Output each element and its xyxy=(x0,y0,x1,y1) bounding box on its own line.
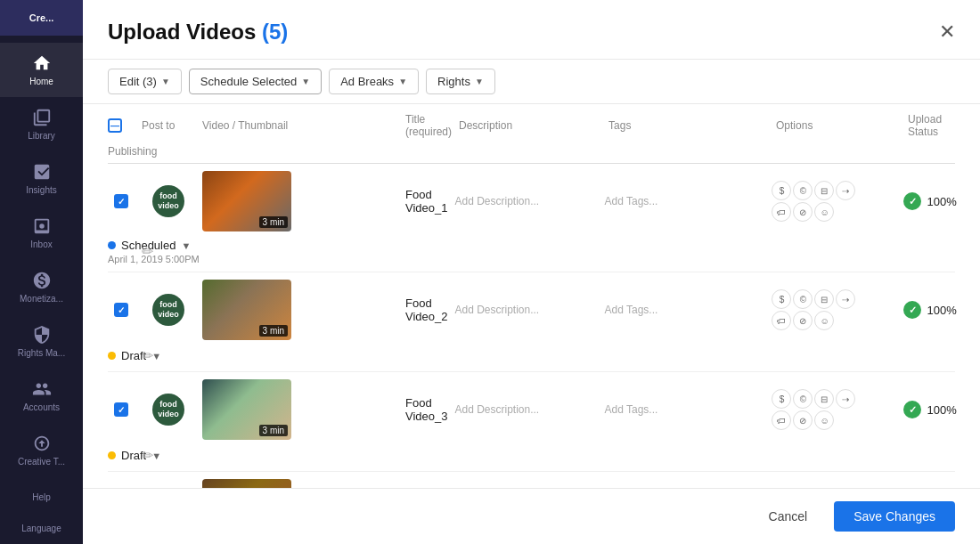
sidebar-item-monetization[interactable]: Monetiza... xyxy=(0,260,83,314)
row3-description[interactable]: Add Description... xyxy=(454,403,597,416)
schedule-chevron-icon: ▼ xyxy=(301,77,310,86)
modal-title: Upload Videos (5) xyxy=(108,20,288,45)
header-video: Video / Thumbnail xyxy=(202,119,398,132)
modal-footer: Cancel Save Changes xyxy=(83,488,980,544)
row3-options: $ © ⊟ ⇢ 🏷 ⊘ ☺ xyxy=(772,389,896,430)
row3-option-no[interactable]: ⊘ xyxy=(793,410,813,430)
sidebar-item-language[interactable]: Language xyxy=(0,513,83,544)
row3-option-tag[interactable]: 🏷 xyxy=(772,410,791,430)
row2-option-share[interactable]: ⇢ xyxy=(836,289,855,309)
header-options: Options xyxy=(776,119,901,132)
inbox-icon xyxy=(32,216,52,236)
row1-checkbox[interactable] xyxy=(114,194,128,208)
schedule-selected-button[interactable]: Schedule Selected ▼ xyxy=(189,69,322,94)
save-button[interactable]: Save Changes xyxy=(834,501,955,532)
row2-option-sub[interactable]: ⊟ xyxy=(814,289,834,309)
row1-option-dollar[interactable]: $ xyxy=(772,181,791,200)
row3-option-cc[interactable]: © xyxy=(793,389,813,409)
row1-tags[interactable]: Add Tags... xyxy=(604,195,764,207)
row1-upload-check: ✓ xyxy=(903,192,921,210)
row3-tags[interactable]: Add Tags... xyxy=(604,403,764,416)
row2-option-smiley[interactable]: ☺ xyxy=(814,311,834,330)
row3-option-share[interactable]: ⇢ xyxy=(836,389,855,409)
row2-checkbox-cell xyxy=(108,303,135,317)
row3-avatar: foodvideo xyxy=(152,394,184,426)
row1-upload: ✓ 100% xyxy=(903,192,957,210)
sidebar-item-rights[interactable]: Rights Ma... xyxy=(0,314,83,369)
row4-thumbnail-cell: 3 min xyxy=(202,479,398,488)
row1-checkbox-cell xyxy=(108,194,135,208)
sidebar-logo: Cre... xyxy=(0,0,83,36)
row1-thumbnail: 3 min xyxy=(202,171,291,231)
table-row: foodvideo 3 min Food Video_3 Add Descrip… xyxy=(108,372,955,472)
row1-edit: ✏ xyxy=(142,243,195,260)
row1-option-no[interactable]: ⊘ xyxy=(793,202,813,222)
close-button[interactable]: ✕ xyxy=(939,22,955,42)
row2-status-dot xyxy=(108,352,116,360)
row3-option-sub[interactable]: ⊟ xyxy=(814,389,834,409)
row1-avatar-cell: foodvideo xyxy=(142,185,195,217)
sidebar-item-home[interactable]: Home xyxy=(0,43,83,97)
row1-title[interactable]: Food Video_1 xyxy=(405,188,447,215)
row1-option-tag[interactable]: 🏷 xyxy=(772,202,791,222)
help-label: Help xyxy=(32,492,51,502)
header-post-to: Post to xyxy=(142,119,195,132)
svg-point-0 xyxy=(39,223,45,229)
sidebar-item-accounts[interactable]: Accounts xyxy=(0,369,83,423)
row2-upload: ✓ 100% xyxy=(903,301,957,319)
row2-tags[interactable]: Add Tags... xyxy=(604,304,764,316)
row1-edit-icon[interactable]: ✏ xyxy=(142,244,153,259)
rights-button[interactable]: Rights ▼ xyxy=(426,69,495,94)
sidebar-item-inbox-label: Inbox xyxy=(30,240,52,249)
row3-checkbox[interactable] xyxy=(114,402,128,417)
row1-option-cc[interactable]: © xyxy=(793,181,813,200)
cancel-button[interactable]: Cancel xyxy=(753,502,824,531)
header-tags: Tags xyxy=(608,119,769,132)
sidebar-item-library[interactable]: Library xyxy=(0,97,83,151)
row1-option-sub[interactable]: ⊟ xyxy=(814,181,834,200)
header-upload: Upload Status xyxy=(908,113,961,138)
row1-option-share[interactable]: ⇢ xyxy=(836,181,855,200)
sidebar-item-home-label: Home xyxy=(29,77,53,86)
table-row: foodvideo 3 min Food Video_1 Add Descrip… xyxy=(108,164,955,272)
row1-description[interactable]: Add Description... xyxy=(454,195,597,207)
row3-upload-check: ✓ xyxy=(903,401,921,418)
row2-description[interactable]: Add Description... xyxy=(454,304,597,316)
edit-button[interactable]: Edit (3) ▼ xyxy=(108,69,182,94)
rights-chevron-icon: ▼ xyxy=(475,77,484,86)
row2-option-dollar[interactable]: $ xyxy=(772,289,791,309)
row2-option-cc[interactable]: © xyxy=(793,289,813,309)
row2-edit-icon[interactable]: ✏ xyxy=(142,348,153,363)
row2-checkbox[interactable] xyxy=(114,303,128,317)
row2-option-tag[interactable]: 🏷 xyxy=(772,311,791,330)
creative-icon xyxy=(32,434,52,453)
row2-edit: ✏ xyxy=(142,347,195,364)
sidebar-item-insights[interactable]: Insights xyxy=(0,151,83,206)
row3-option-smiley[interactable]: ☺ xyxy=(814,410,834,430)
row3-title[interactable]: Food Video_3 xyxy=(405,396,447,423)
table-header: Post to Video / Thumbnail Title (require… xyxy=(108,104,955,164)
modal-count: (5) xyxy=(262,20,288,44)
row2-publishing: Draft ▼ xyxy=(108,349,135,362)
row2-option-no[interactable]: ⊘ xyxy=(793,311,813,330)
select-all-checkbox[interactable] xyxy=(108,118,122,133)
sidebar-bottom: Help Language xyxy=(0,482,83,544)
header-publishing: Publishing xyxy=(108,145,135,158)
row3-duration: 3 min xyxy=(259,425,288,436)
row1-option-smiley[interactable]: ☺ xyxy=(814,202,834,222)
row1-upload-pct: 100% xyxy=(927,195,956,208)
edit-chevron-icon: ▼ xyxy=(161,77,170,86)
adbreaks-button[interactable]: Ad Breaks ▼ xyxy=(329,69,419,94)
sidebar-item-creative[interactable]: Creative T... xyxy=(0,423,83,477)
header-check xyxy=(108,118,135,133)
row2-thumbnail-cell: 3 min xyxy=(202,280,398,340)
row3-option-dollar[interactable]: $ xyxy=(772,389,791,409)
row2-thumbnail: 3 min xyxy=(202,280,291,340)
sidebar-logo-text: Cre... xyxy=(29,12,54,23)
sidebar-item-inbox[interactable]: Inbox xyxy=(0,206,83,260)
row1-duration: 3 min xyxy=(259,216,288,228)
row3-status-dot xyxy=(108,451,116,459)
row3-edit-icon[interactable]: ✏ xyxy=(142,448,153,463)
sidebar-item-help[interactable]: Help xyxy=(0,482,83,513)
row2-title[interactable]: Food Video_2 xyxy=(405,296,447,323)
